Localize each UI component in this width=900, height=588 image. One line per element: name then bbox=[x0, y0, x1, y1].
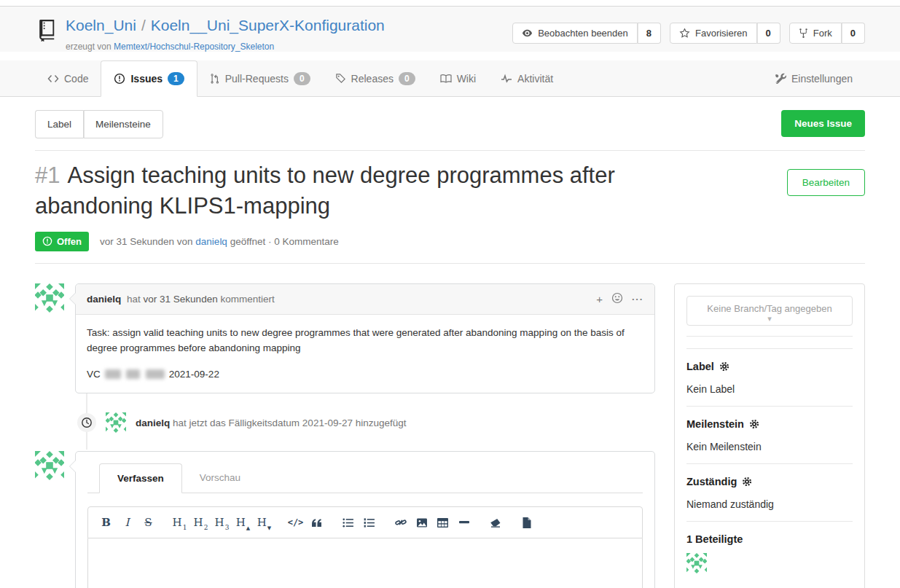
gear-icon[interactable] bbox=[749, 419, 759, 429]
code-icon[interactable]: </> bbox=[285, 514, 306, 531]
heading-smaller-icon[interactable]: H▼ bbox=[254, 514, 275, 531]
fork-icon bbox=[799, 28, 808, 39]
editor-tabs: Verfassen Vorschau bbox=[87, 463, 643, 493]
issues-count-badge: 1 bbox=[168, 72, 184, 85]
star-button-group: Favorisieren 0 bbox=[670, 23, 780, 44]
smiley-icon[interactable] bbox=[611, 292, 623, 306]
code-brackets-icon bbox=[47, 74, 59, 84]
sidebar-section-milestone: Meilenstein Kein Meilenstein bbox=[686, 407, 853, 464]
tools-icon bbox=[775, 73, 786, 85]
tab-code[interactable]: Code bbox=[35, 60, 101, 96]
top-strip bbox=[0, 0, 900, 7]
milestone-empty-text: Kein Meilenstein bbox=[686, 441, 853, 452]
tag-icon bbox=[335, 73, 346, 84]
comment-text: Task: assign valid teaching units to new… bbox=[87, 326, 643, 356]
event-author-link[interactable]: danielq bbox=[136, 418, 170, 428]
comment-vc-line: VC 2021-09-22 bbox=[87, 367, 643, 383]
add-reaction-plus-icon[interactable]: + bbox=[596, 293, 603, 305]
branch-dropdown[interactable]: Keine Branch/Tag angegeben ▾ bbox=[686, 296, 853, 326]
participant-avatar[interactable] bbox=[686, 553, 707, 573]
tab-pull-requests[interactable]: Pull-Requests 0 bbox=[197, 60, 323, 96]
breadcrumb: Koeln_Uni/Koeln__Uni_SuperX-Konfiguratio… bbox=[66, 17, 385, 34]
sidebar-section-assignee: Zuständig Niemand zuständig bbox=[686, 464, 853, 522]
comment-author-link[interactable]: danielq bbox=[87, 294, 121, 305]
pulls-count-badge: 0 bbox=[294, 72, 310, 85]
watch-button-group: Beobachten beenden 8 bbox=[512, 23, 661, 44]
star-icon bbox=[679, 28, 690, 39]
heading-1-icon[interactable]: H1 bbox=[169, 514, 190, 531]
issue-author-link[interactable]: danielq bbox=[195, 236, 227, 247]
heading-3-icon[interactable]: H3 bbox=[211, 514, 232, 531]
event-text: danielq hat jetzt das Fälligkeitsdatum 2… bbox=[136, 418, 406, 428]
watch-count[interactable]: 8 bbox=[638, 23, 661, 44]
issue-meta: vor 31 Sekunden von danielq geöffnet · 0… bbox=[100, 236, 339, 247]
comment-menu-icon[interactable]: ··· bbox=[632, 294, 643, 305]
sidebar-section-label: Label Kein Label bbox=[686, 349, 853, 407]
label-empty-text: Kein Label bbox=[686, 383, 853, 395]
issue-sidebar: Keine Branch/Tag angegeben ▾ Label Kein … bbox=[674, 283, 865, 588]
bold-icon[interactable]: B bbox=[95, 514, 117, 531]
unordered-list-icon[interactable] bbox=[337, 514, 359, 531]
issue-opened-icon bbox=[114, 73, 125, 85]
breadcrumb-owner-link[interactable]: Koeln_Uni bbox=[66, 17, 136, 34]
avatar[interactable] bbox=[106, 412, 126, 433]
comment-textarea[interactable] bbox=[87, 538, 643, 588]
comment-header: danielq hat vor 31 Sekunden kommentiert … bbox=[76, 284, 654, 315]
comment-time: vor 31 Sekunden bbox=[144, 294, 218, 305]
redacted-text bbox=[126, 369, 140, 379]
forked-from-link[interactable]: Memtext/Hochschul-Repository_Skeleton bbox=[114, 42, 274, 52]
ordered-list-icon[interactable] bbox=[359, 514, 380, 531]
image-icon[interactable] bbox=[411, 514, 432, 531]
labels-button[interactable]: Label bbox=[35, 110, 83, 138]
issue-opened-icon bbox=[42, 236, 52, 246]
gear-icon[interactable] bbox=[719, 361, 729, 372]
heading-bigger-icon[interactable]: H▲ bbox=[232, 514, 254, 531]
quote-icon[interactable] bbox=[306, 514, 327, 531]
fork-button[interactable]: Fork bbox=[789, 23, 842, 44]
tab-preview[interactable]: Vorschau bbox=[182, 463, 258, 493]
repo-header: Koeln_Uni/Koeln__Uni_SuperX-Konfiguratio… bbox=[0, 7, 900, 52]
star-button[interactable]: Favorisieren bbox=[670, 23, 757, 44]
participants-section-title: 1 Beteiligte bbox=[686, 533, 743, 545]
pulse-icon bbox=[501, 74, 512, 84]
tab-settings[interactable]: Einstellungen bbox=[762, 60, 865, 96]
tab-releases[interactable]: Releases 0 bbox=[323, 60, 428, 96]
star-count[interactable]: 0 bbox=[757, 23, 780, 44]
repo-tab-bar: Code Issues 1 Pull-Requests 0 Releases 0… bbox=[0, 60, 900, 97]
fork-count[interactable]: 0 bbox=[842, 23, 865, 44]
assignee-section-title: Zuständig bbox=[686, 476, 737, 487]
new-file-icon[interactable] bbox=[516, 514, 537, 531]
releases-count-badge: 0 bbox=[399, 72, 415, 85]
clear-formatting-icon[interactable] bbox=[485, 514, 506, 531]
strikethrough-icon[interactable]: S bbox=[138, 514, 159, 531]
pull-request-icon bbox=[210, 73, 220, 85]
forked-from-label: erzeugt von bbox=[66, 42, 111, 52]
issue-number: #1 bbox=[35, 162, 60, 188]
table-icon[interactable] bbox=[432, 514, 453, 531]
assignee-empty-text: Niemand zuständig bbox=[686, 498, 853, 510]
avatar bbox=[35, 451, 64, 480]
breadcrumb-separator: / bbox=[136, 17, 151, 34]
status-badge: Offen bbox=[35, 232, 89, 251]
horizontal-rule-icon[interactable] bbox=[453, 514, 474, 531]
breadcrumb-repo-link[interactable]: Koeln__Uni_SuperX-Konfiguration bbox=[151, 17, 385, 34]
clock-icon bbox=[77, 413, 96, 432]
gear-icon[interactable] bbox=[742, 477, 752, 487]
tab-wiki[interactable]: Wiki bbox=[428, 60, 488, 96]
eye-icon bbox=[522, 28, 533, 39]
edit-title-button[interactable]: Bearbeiten bbox=[787, 169, 865, 196]
new-issue-button[interactable]: Neues Issue bbox=[781, 110, 865, 137]
milestone-section-title: Meilenstein bbox=[686, 418, 744, 430]
avatar[interactable] bbox=[35, 283, 64, 313]
redacted-text bbox=[105, 369, 121, 379]
milestones-button[interactable]: Meilensteine bbox=[83, 110, 163, 138]
italic-icon[interactable]: I bbox=[117, 514, 138, 531]
link-icon[interactable] bbox=[390, 514, 411, 531]
unwatch-button[interactable]: Beobachten beenden bbox=[512, 23, 638, 44]
tab-write[interactable]: Verfassen bbox=[99, 463, 182, 493]
tab-issues[interactable]: Issues 1 bbox=[101, 60, 197, 97]
tab-activity[interactable]: Aktivität bbox=[488, 60, 566, 96]
heading-2-icon[interactable]: H2 bbox=[190, 514, 211, 531]
repo-icon bbox=[35, 18, 57, 52]
issue-subnav: Label Meilensteine Neues Issue bbox=[35, 110, 865, 138]
